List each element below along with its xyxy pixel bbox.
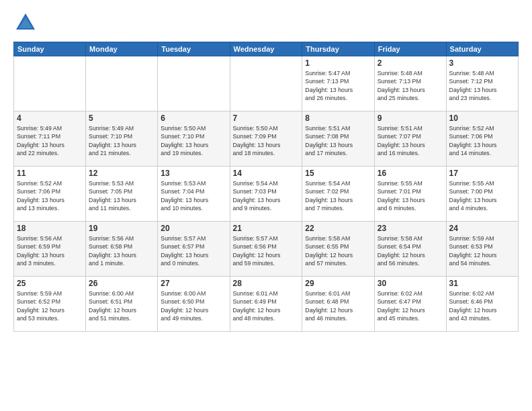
calendar-week-4: 18Sunrise: 5:56 AM Sunset: 6:59 PM Dayli… <box>14 222 519 277</box>
calendar-cell <box>230 56 302 111</box>
day-number: 29 <box>305 279 371 288</box>
day-info: Sunrise: 6:02 AM Sunset: 6:47 PM Dayligh… <box>378 289 443 322</box>
calendar-cell: 29Sunrise: 6:01 AM Sunset: 6:48 PM Dayli… <box>302 277 374 332</box>
day-number: 20 <box>161 224 226 233</box>
day-info: Sunrise: 5:59 AM Sunset: 6:53 PM Dayligh… <box>449 234 515 267</box>
calendar-cell: 2Sunrise: 5:48 AM Sunset: 7:13 PM Daylig… <box>374 56 446 111</box>
logo-icon <box>13 11 38 35</box>
calendar-cell: 10Sunrise: 5:52 AM Sunset: 7:06 PM Dayli… <box>446 111 518 167</box>
calendar-cell: 4Sunrise: 5:49 AM Sunset: 7:11 PM Daylig… <box>14 111 86 167</box>
day-number: 28 <box>233 279 300 288</box>
day-number: 17 <box>449 169 515 178</box>
day-number: 21 <box>233 224 300 233</box>
day-header-tuesday: Tuesday <box>158 42 230 56</box>
calendar-cell: 13Sunrise: 5:53 AM Sunset: 7:04 PM Dayli… <box>158 167 230 222</box>
day-headers-row: SundayMondayTuesdayWednesdayThursdayFrid… <box>14 42 519 56</box>
day-header-thursday: Thursday <box>302 42 374 56</box>
calendar-cell: 1Sunrise: 5:47 AM Sunset: 7:13 PM Daylig… <box>302 56 374 111</box>
calendar-cell: 5Sunrise: 5:49 AM Sunset: 7:10 PM Daylig… <box>86 111 158 167</box>
day-info: Sunrise: 6:01 AM Sunset: 6:48 PM Dayligh… <box>305 289 371 322</box>
day-info: Sunrise: 5:52 AM Sunset: 7:06 PM Dayligh… <box>17 179 83 212</box>
day-number: 23 <box>378 224 443 233</box>
day-number: 14 <box>233 169 300 178</box>
calendar-cell: 6Sunrise: 5:50 AM Sunset: 7:10 PM Daylig… <box>158 111 230 167</box>
day-number: 13 <box>161 169 226 178</box>
day-info: Sunrise: 5:56 AM Sunset: 6:59 PM Dayligh… <box>17 234 83 267</box>
calendar-cell: 3Sunrise: 5:48 AM Sunset: 7:12 PM Daylig… <box>446 56 518 111</box>
day-number: 2 <box>378 58 443 68</box>
day-number: 10 <box>449 113 515 123</box>
day-info: Sunrise: 5:58 AM Sunset: 6:55 PM Dayligh… <box>305 234 371 267</box>
day-header-sunday: Sunday <box>14 42 86 56</box>
day-header-monday: Monday <box>86 42 158 56</box>
day-info: Sunrise: 5:52 AM Sunset: 7:06 PM Dayligh… <box>449 124 515 157</box>
day-info: Sunrise: 5:50 AM Sunset: 7:10 PM Dayligh… <box>161 124 226 157</box>
calendar-cell <box>86 56 158 111</box>
day-info: Sunrise: 5:48 AM Sunset: 7:13 PM Dayligh… <box>378 69 443 102</box>
calendar-cell: 24Sunrise: 5:59 AM Sunset: 6:53 PM Dayli… <box>446 222 518 277</box>
day-number: 4 <box>17 113 83 123</box>
day-header-saturday: Saturday <box>446 42 518 56</box>
calendar-cell: 11Sunrise: 5:52 AM Sunset: 7:06 PM Dayli… <box>14 167 86 222</box>
day-number: 3 <box>449 58 515 68</box>
day-info: Sunrise: 5:54 AM Sunset: 7:02 PM Dayligh… <box>305 179 371 212</box>
day-info: Sunrise: 6:01 AM Sunset: 6:49 PM Dayligh… <box>233 289 300 322</box>
calendar-cell: 28Sunrise: 6:01 AM Sunset: 6:49 PM Dayli… <box>230 277 302 332</box>
day-header-friday: Friday <box>374 42 446 56</box>
calendar-cell: 26Sunrise: 6:00 AM Sunset: 6:51 PM Dayli… <box>86 277 158 332</box>
calendar-header: SundayMondayTuesdayWednesdayThursdayFrid… <box>14 42 519 56</box>
day-info: Sunrise: 5:58 AM Sunset: 6:54 PM Dayligh… <box>378 234 443 267</box>
day-info: Sunrise: 6:00 AM Sunset: 6:51 PM Dayligh… <box>89 289 154 322</box>
calendar-cell: 14Sunrise: 5:54 AM Sunset: 7:03 PM Dayli… <box>230 167 302 222</box>
calendar-week-1: 1Sunrise: 5:47 AM Sunset: 7:13 PM Daylig… <box>14 56 519 111</box>
day-number: 12 <box>89 169 154 178</box>
day-info: Sunrise: 5:57 AM Sunset: 6:57 PM Dayligh… <box>161 234 226 267</box>
day-info: Sunrise: 5:53 AM Sunset: 7:05 PM Dayligh… <box>89 179 154 212</box>
day-number: 15 <box>305 169 371 178</box>
calendar-cell: 18Sunrise: 5:56 AM Sunset: 6:59 PM Dayli… <box>14 222 86 277</box>
calendar-cell: 19Sunrise: 5:56 AM Sunset: 6:58 PM Dayli… <box>86 222 158 277</box>
day-number: 8 <box>305 113 371 123</box>
day-info: Sunrise: 5:48 AM Sunset: 7:12 PM Dayligh… <box>449 69 515 102</box>
day-info: Sunrise: 5:51 AM Sunset: 7:07 PM Dayligh… <box>378 124 443 157</box>
calendar-cell: 7Sunrise: 5:50 AM Sunset: 7:09 PM Daylig… <box>230 111 302 167</box>
calendar-cell: 23Sunrise: 5:58 AM Sunset: 6:54 PM Dayli… <box>374 222 446 277</box>
day-number: 11 <box>17 169 83 178</box>
day-info: Sunrise: 5:55 AM Sunset: 7:01 PM Dayligh… <box>378 179 443 212</box>
calendar-cell: 20Sunrise: 5:57 AM Sunset: 6:57 PM Dayli… <box>158 222 230 277</box>
logo <box>13 11 40 35</box>
calendar-cell: 8Sunrise: 5:51 AM Sunset: 7:08 PM Daylig… <box>302 111 374 167</box>
day-number: 5 <box>89 113 154 123</box>
day-info: Sunrise: 5:55 AM Sunset: 7:00 PM Dayligh… <box>449 179 515 212</box>
day-info: Sunrise: 5:54 AM Sunset: 7:03 PM Dayligh… <box>233 179 300 212</box>
day-info: Sunrise: 6:00 AM Sunset: 6:50 PM Dayligh… <box>161 289 226 322</box>
day-number: 26 <box>89 279 154 288</box>
day-number: 22 <box>305 224 371 233</box>
day-info: Sunrise: 5:57 AM Sunset: 6:56 PM Dayligh… <box>233 234 300 267</box>
header <box>13 11 519 35</box>
calendar-cell <box>14 56 86 111</box>
day-number: 6 <box>161 113 226 123</box>
day-number: 18 <box>17 224 83 233</box>
day-info: Sunrise: 5:50 AM Sunset: 7:09 PM Dayligh… <box>233 124 300 157</box>
day-number: 31 <box>449 279 515 288</box>
day-info: Sunrise: 5:49 AM Sunset: 7:10 PM Dayligh… <box>89 124 154 157</box>
day-info: Sunrise: 5:56 AM Sunset: 6:58 PM Dayligh… <box>89 234 154 267</box>
calendar-cell: 30Sunrise: 6:02 AM Sunset: 6:47 PM Dayli… <box>374 277 446 332</box>
page: SundayMondayTuesdayWednesdayThursdayFrid… <box>0 0 532 411</box>
calendar-cell: 21Sunrise: 5:57 AM Sunset: 6:56 PM Dayli… <box>230 222 302 277</box>
calendar-cell: 9Sunrise: 5:51 AM Sunset: 7:07 PM Daylig… <box>374 111 446 167</box>
calendar-cell: 27Sunrise: 6:00 AM Sunset: 6:50 PM Dayli… <box>158 277 230 332</box>
calendar-cell <box>158 56 230 111</box>
day-info: Sunrise: 5:51 AM Sunset: 7:08 PM Dayligh… <box>305 124 371 157</box>
calendar-week-3: 11Sunrise: 5:52 AM Sunset: 7:06 PM Dayli… <box>14 167 519 222</box>
day-number: 7 <box>233 113 300 123</box>
calendar-cell: 22Sunrise: 5:58 AM Sunset: 6:55 PM Dayli… <box>302 222 374 277</box>
day-number: 16 <box>378 169 443 178</box>
calendar-cell: 15Sunrise: 5:54 AM Sunset: 7:02 PM Dayli… <box>302 167 374 222</box>
day-info: Sunrise: 5:49 AM Sunset: 7:11 PM Dayligh… <box>17 124 83 157</box>
calendar-cell: 12Sunrise: 5:53 AM Sunset: 7:05 PM Dayli… <box>86 167 158 222</box>
calendar-cell: 16Sunrise: 5:55 AM Sunset: 7:01 PM Dayli… <box>374 167 446 222</box>
calendar-week-2: 4Sunrise: 5:49 AM Sunset: 7:11 PM Daylig… <box>14 111 519 167</box>
day-number: 19 <box>89 224 154 233</box>
